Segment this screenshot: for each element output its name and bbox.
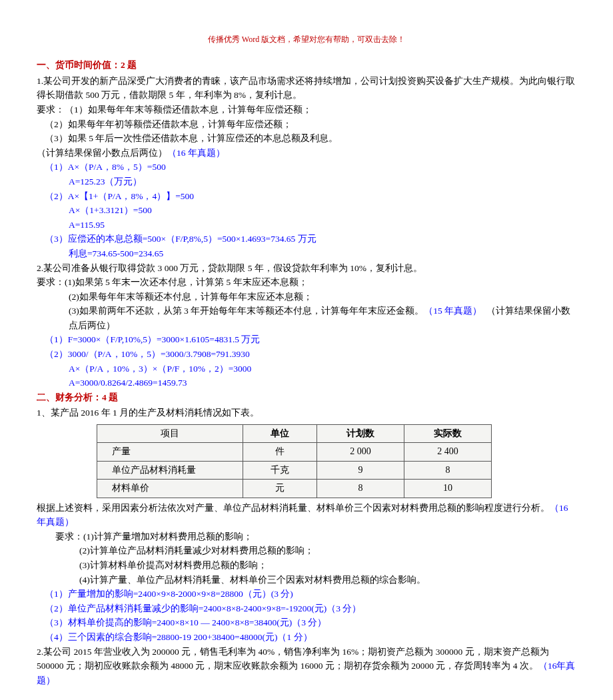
section1-title: 一、货币时间价值：2 题: [37, 58, 576, 73]
s2-q1-a1: （1）产量增加的影响=2400×9×8-2000×9×8=28800（元）(3 …: [37, 587, 576, 601]
material-table-wrap: 项目 单位 计划数 实际数 产量 件 2 000 2 400 单位产品材料消耗量…: [97, 424, 576, 498]
table-row: 产量 件 2 000 2 400: [97, 443, 492, 461]
s1-q1-a1: （1）A×（P/A，8%，5）=500: [37, 160, 576, 175]
s1-q1-a2: （2）A×【1+（P/A，8%，4）】=500: [37, 189, 576, 204]
s2-q1-r3: (3)计算材料单价提高对材料费用总额的影响；: [37, 558, 576, 573]
s1-q2-a2b: A×（P/A，10%，3）×（P/F，10%，2）=3000: [37, 362, 576, 376]
s1-q1-note-a: （计算结果保留小数点后两位）: [37, 148, 167, 158]
s1-q2-a1: （1）F=3000×（F/P,10%,5）=3000×1.6105=4831.5…: [37, 332, 576, 347]
th-unit: 单位: [243, 425, 317, 443]
s1-q2-a2c: A=3000/0.8264/2.4869=1459.73: [37, 376, 576, 390]
s1-q2-req1: 要求：(1)如果第 5 年末一次还本付息，计算第 5 年末应还本息额；: [37, 275, 576, 290]
s2-q2-body: 2.某公司 2015 年营业收入为 200000 元，销售毛利率为 40%，销售…: [37, 645, 576, 688]
s2-q1-a3: （3）材料单价提高的影响=2400×8×10 — 2400×8×8=38400(…: [37, 615, 576, 630]
material-table: 项目 单位 计划数 实际数 产量 件 2 000 2 400 单位产品材料消耗量…: [97, 424, 492, 498]
s1-q2-a2: （2）3000/（P/A，10%，5）=3000/3.7908=791.3930: [37, 347, 576, 362]
s1-q1-req2: （2）如果每年年初等额偿还借款本息，计算每年应偿还额；: [37, 117, 576, 132]
s1-q2-body: 2.某公司准备从银行取得贷款 3 000 万元，贷款期限 5 年，假设贷款年利率…: [37, 261, 576, 276]
table-row: 材料单价 元 8 10: [97, 480, 492, 498]
s1-q2-req3a: (3)如果前两年不还款，从第 3 年开始每年年末等额还本付息，计算每年年末应还金…: [69, 306, 424, 316]
document-page: 传播优秀 Word 版文档，希望对您有帮助，可双击去除！ 一、货币时间价值：2 …: [0, 0, 613, 700]
s1-q1-body: 1.某公司开发的新产品深受广大消费者的青睐，该产品市场需求还将持续增加，公司计划…: [37, 74, 576, 103]
cell-unit: 千克: [243, 461, 317, 479]
th-item: 项目: [97, 425, 243, 443]
s2-q1-r2: (2)计算单位产品材料消耗量减少对材料费用总额的影响；: [37, 543, 576, 558]
s1-q1-note-b: （16 年真题）: [167, 148, 225, 158]
th-plan: 计划数: [317, 425, 404, 443]
s2-q1-a2: （2）单位产品材料消耗量减少的影响=2400×8×8-2400×9×8=-192…: [37, 601, 576, 616]
cell-unit: 元: [243, 480, 317, 498]
cell-plan: 2 000: [317, 443, 404, 461]
s1-q1-a1b: A=125.23（万元）: [37, 175, 576, 189]
s2-q1-desc-a: 根据上述资料，采用因素分析法依次对产量、单位产品材料消耗量、材料单价三个因素对材…: [37, 503, 550, 513]
s1-q2-req3: (3)如果前两年不还款，从第 3 年开始每年年末等额还本付息，计算每年年末应还金…: [37, 304, 576, 332]
cell-name: 材料单价: [97, 480, 243, 498]
s2-q1-r1: 要求：(1)计算产量增加对材料费用总额的影响；: [37, 529, 576, 544]
s1-q2-req2: (2)如果每年年末等额还本付息，计算每年年末应还本息额；: [37, 290, 576, 304]
s1-q1-note: （计算结果保留小数点后两位）（16 年真题）: [37, 146, 576, 161]
s1-q1-a3b: 利息=734.65-500=234.65: [37, 246, 576, 261]
s1-q2-req3b: （15 年真题）: [424, 306, 482, 316]
cell-name: 产量: [97, 443, 243, 461]
s2-q1-desc: 根据上述资料，采用因素分析法依次对产量、单位产品材料消耗量、材料单价三个因素对材…: [37, 501, 576, 529]
s1-q1-a2b: A×（1+3.3121）=500: [37, 203, 576, 218]
cell-actual: 10: [404, 480, 492, 498]
table-header-row: 项目 单位 计划数 实际数: [97, 425, 492, 443]
cell-name: 单位产品材料消耗量: [97, 461, 243, 479]
s2-q1-r4: (4)计算产量、单位产品材料消耗量、材料单价三个因素对材料费用总额的综合影响。: [37, 573, 576, 587]
header-watermark: 传播优秀 Word 版文档，希望对您有帮助，可双击去除！: [37, 33, 576, 46]
th-actual: 实际数: [404, 425, 492, 443]
s1-q1-a3: （3）应偿还的本息总额=500×（F/P,8%,5）=500×1.4693=73…: [37, 232, 576, 246]
cell-actual: 2 400: [404, 443, 492, 461]
table-row: 单位产品材料消耗量 千克 9 8: [97, 461, 492, 479]
s2-q1-a4: （4）三个因素的综合影响=28800-19 200+38400=48000(元)…: [37, 630, 576, 645]
section2-title: 二、财务分析：4 题: [37, 390, 576, 405]
s2-q1-body: 1、某产品 2016 年 1 月的生产及材料消耗情况如下表。: [37, 406, 576, 420]
cell-unit: 件: [243, 443, 317, 461]
s1-q1-req1: 要求：（1）如果每年年末等额偿还借款本息，计算每年应偿还额；: [37, 103, 576, 117]
cell-plan: 8: [317, 480, 404, 498]
cell-plan: 9: [317, 461, 404, 479]
s1-q1-a2c: A=115.95: [37, 218, 576, 232]
cell-actual: 8: [404, 461, 492, 479]
s1-q1-req3: （3）如果 5 年后一次性偿还借款本息，计算应偿还的本息总额及利息。: [37, 131, 576, 146]
s2-q2-body-a: 2.某公司 2015 年营业收入为 200000 元，销售毛利率为 40%，销售…: [37, 647, 549, 671]
